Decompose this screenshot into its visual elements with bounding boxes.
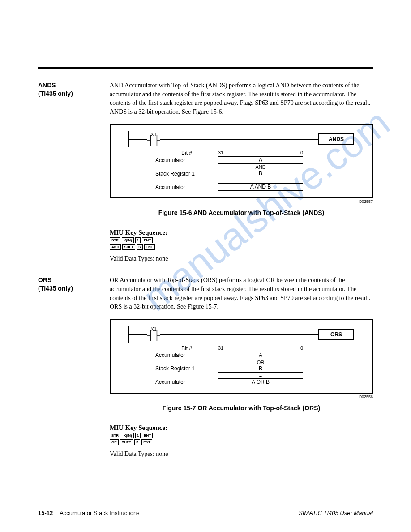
ands-miu: MIU Key Sequence: STR X(IN) 1 ENT AND SH… (110, 229, 373, 250)
bit-label: Bit # (155, 150, 218, 156)
ands-desc: AND Accumulator with Top-of-Stack (ANDS)… (110, 81, 373, 116)
key: 1 (135, 237, 141, 243)
row3-label: Accumulator (155, 379, 218, 385)
ands-figure-wrapper: X1 ┤├ ANDS Bit # 31 0 AccumulatorA AND S… (110, 124, 373, 216)
function-name: ORS (318, 329, 354, 340)
ands-heading: ANDS (TI435 only) (38, 81, 110, 116)
ands-figure-box: X1 ┤├ ANDS Bit # 31 0 AccumulatorA AND S… (110, 124, 373, 198)
footer-right: SIMATIC TI405 User Manual (299, 510, 373, 516)
key: STR (110, 237, 120, 243)
row3-val: A AND B (218, 183, 303, 191)
ladder-rung: X1 ┤├ ORS (128, 326, 354, 343)
ors-valid: Valid Data Types: none (110, 450, 373, 458)
key: SHFT (122, 244, 135, 250)
ors-fig-caption: Figure 15-7 OR Accumulator with Top-of-S… (110, 404, 373, 412)
op1: OR (218, 360, 303, 365)
key-row-2: OR SHFT S ENT (110, 439, 373, 445)
key: STR (110, 433, 120, 438)
row1-val: A (218, 156, 303, 164)
ors-desc: OR Accumulator with Top-of-Stack (ORS) p… (110, 276, 373, 311)
ors-title: ORS (38, 276, 51, 283)
page-number: 15-12 (38, 510, 53, 516)
key: OR (110, 439, 119, 445)
key: ENT (142, 237, 153, 243)
row2-label: Stack Register 1 (155, 171, 218, 177)
key-row-2: AND SHFT S ENT (110, 244, 373, 250)
ors-figure-box: X1 ┤├ ORS Bit # 31 0 AccumulatorA OR Sta… (110, 319, 373, 394)
bit-lo: 0 (300, 150, 303, 156)
row1-label: Accumulator (155, 352, 218, 358)
key: SHFT (120, 439, 133, 445)
row3-val: A OR B (218, 378, 303, 386)
key: X(IN) (122, 237, 134, 243)
op1: AND (218, 164, 303, 170)
key: ENT (144, 244, 155, 250)
ors-figure-wrapper: X1 ┤├ ORS Bit # 31 0 AccumulatorA OR Sta… (110, 319, 373, 412)
row2-val: B (218, 365, 303, 373)
ands-section: ANDS (TI435 only) AND Accumulator with T… (38, 81, 373, 116)
op2: = (218, 373, 303, 378)
miu-title: MIU Key Sequence: (110, 229, 373, 236)
key: S (134, 439, 140, 445)
page-footer: 15-12 Accumulator Stack Instructions SIM… (38, 510, 373, 516)
ands-fig-caption: Figure 15-6 AND Accumulator with Top-of-… (110, 209, 373, 216)
key: X(IN) (122, 433, 134, 438)
row2-val: B (218, 170, 303, 177)
miu-title: MIU Key Sequence: (110, 424, 373, 432)
key: ENT (141, 439, 152, 445)
row1-val: A (218, 352, 303, 359)
row3-label: Accumulator (155, 184, 218, 190)
ors-section: ORS (TI435 only) OR Accumulator with Top… (38, 276, 373, 311)
bit-hi: 31 (218, 150, 223, 156)
ors-miu: MIU Key Sequence: STR X(IN) 1 ENT OR SHF… (110, 424, 373, 445)
key: AND (110, 244, 121, 250)
ands-sub: (TI435 only) (38, 90, 73, 97)
row1-label: Accumulator (155, 157, 218, 163)
bit-hi: 31 (218, 345, 223, 352)
ands-fig-id: I002557 (110, 199, 373, 204)
key-row-1: STR X(IN) 1 ENT (110, 433, 373, 438)
ors-sub: (TI435 only) (38, 285, 73, 292)
function-name: ANDS (318, 133, 354, 145)
bit-lo: 0 (300, 345, 303, 352)
ands-valid: Valid Data Types: none (110, 255, 373, 262)
key: 1 (135, 433, 141, 438)
ors-fig-id: I002556 (110, 395, 373, 399)
row2-label: Stack Register 1 (155, 365, 218, 372)
top-rule (38, 67, 373, 69)
footer-left: Accumulator Stack Instructions (60, 510, 139, 516)
key: ENT (142, 433, 153, 438)
ands-title: ANDS (38, 82, 56, 89)
ladder-rung: X1 ┤├ ANDS (128, 131, 354, 147)
bit-label: Bit # (155, 345, 218, 352)
op2: = (218, 178, 303, 183)
key-row-1: STR X(IN) 1 ENT (110, 237, 373, 243)
ors-heading: ORS (TI435 only) (38, 276, 110, 311)
key: S (137, 244, 142, 250)
